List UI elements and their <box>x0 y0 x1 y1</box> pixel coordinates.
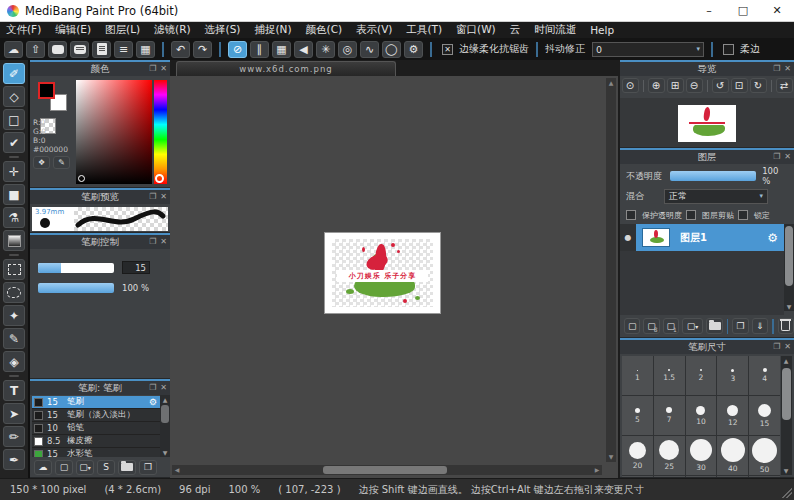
undo-button[interactable]: ↶ <box>171 41 190 58</box>
publish-button[interactable]: ⇧ <box>26 41 45 58</box>
redo-button[interactable]: ↷ <box>193 41 212 58</box>
snap-concentric-button[interactable]: ◎ <box>338 41 357 58</box>
snap-radial-button[interactable]: ✳ <box>316 41 335 58</box>
canvas-document[interactable]: 小刀娱乐 乐子分享 <box>325 233 440 313</box>
marker-tool[interactable]: ✏ <box>3 426 25 447</box>
size-cell[interactable]: 10 <box>686 396 717 435</box>
brush-tool[interactable]: ✐ <box>3 63 25 84</box>
minimize-button[interactable]: – <box>692 0 726 21</box>
eyedropper-tool[interactable]: ✒ <box>3 449 25 470</box>
scrollbar-handle[interactable] <box>161 405 169 423</box>
scroll-down-icon[interactable]: ▼ <box>160 448 170 457</box>
cloud-button[interactable]: ☁ <box>4 41 23 58</box>
brush-folder-button[interactable] <box>118 460 136 475</box>
list-button[interactable]: ≡ <box>114 41 133 58</box>
rotate-left-button[interactable]: ↺ <box>712 78 729 93</box>
size-cell[interactable]: 15 <box>749 396 780 435</box>
rotate-right-button[interactable]: ↻ <box>750 78 767 93</box>
lock-checkbox[interactable] <box>738 210 748 220</box>
antialias-checkbox[interactable]: ✕ <box>442 44 453 55</box>
comment-button[interactable] <box>70 41 89 58</box>
zoom-in-button[interactable]: ⊕ <box>648 78 665 93</box>
menu-snap[interactable]: 捕捉(N) <box>254 23 291 37</box>
navigator-thumbnail[interactable] <box>678 105 736 142</box>
size-cell[interactable]: 1.5 <box>654 356 685 395</box>
scroll-left-icon[interactable]: ◀ <box>172 465 182 475</box>
size-cell[interactable]: 5 <box>622 396 653 435</box>
add-8bit-layer-button[interactable]: ▢8 <box>643 318 659 334</box>
popout-icon[interactable]: ❐ <box>149 193 156 201</box>
canvas-horizontal-scrollbar[interactable]: ◀ ▶ <box>172 465 602 475</box>
duplicate-brush-button[interactable]: ❐ <box>139 460 157 475</box>
size-cell[interactable]: 25 <box>654 436 685 475</box>
size-cell[interactable]: 3 <box>717 356 748 395</box>
close-icon[interactable]: ✕ <box>784 153 791 161</box>
size-cell[interactable]: 40 <box>717 436 748 475</box>
menu-window[interactable]: 窗口(W) <box>456 23 496 37</box>
close-icon[interactable]: ✕ <box>784 65 791 73</box>
add-layer-menu-button[interactable]: ▢▾ <box>682 318 704 334</box>
scroll-down-icon[interactable]: ▼ <box>781 466 791 475</box>
add-layer-button[interactable]: ▢ <box>624 318 640 334</box>
menu-timelapse[interactable]: 时间流逝 <box>534 23 576 37</box>
layer-opacity-slider[interactable] <box>670 171 756 181</box>
close-icon[interactable]: ✕ <box>160 193 167 201</box>
scrollbar-handle[interactable] <box>323 466 448 474</box>
soft-edge-checkbox[interactable] <box>723 44 734 55</box>
menu-tool[interactable]: 工具(T) <box>406 23 442 37</box>
brush-row[interactable]: 15 笔刷 ⚙ <box>32 396 160 409</box>
popout-icon[interactable]: ❐ <box>149 238 156 246</box>
menu-filter[interactable]: 滤镜(R) <box>154 23 191 37</box>
add-folder-button[interactable] <box>706 318 722 334</box>
size-cell[interactable]: 2 <box>686 356 717 395</box>
brush-opacity-slider[interactable] <box>38 283 114 293</box>
scrollbar-handle[interactable] <box>782 368 791 420</box>
menu-view[interactable]: 表示(V) <box>356 23 392 37</box>
gear-icon[interactable]: ⚙ <box>767 231 778 245</box>
close-icon[interactable]: ✕ <box>784 343 791 351</box>
size-cell[interactable]: 12 <box>717 396 748 435</box>
brush-row[interactable]: 8.5 橡皮擦 <box>32 435 160 448</box>
size-cell[interactable]: 50 <box>749 436 780 475</box>
popout-icon[interactable]: ❐ <box>773 65 780 73</box>
layer-visibility-toggle[interactable]: ● <box>620 224 636 251</box>
canvas-tab[interactable]: www.x6d.com.png <box>176 61 396 76</box>
clipping-checkbox[interactable] <box>686 210 696 220</box>
scrollbar-handle[interactable] <box>785 226 793 286</box>
palette-button[interactable]: ❖ <box>33 156 50 169</box>
close-button[interactable]: ✕ <box>760 0 794 21</box>
script-brush-button[interactable]: S <box>97 460 115 475</box>
close-icon[interactable]: ✕ <box>160 65 167 73</box>
brush-list-scrollbar[interactable]: ▲ ▼ <box>160 395 170 457</box>
foreground-color-swatch[interactable] <box>38 82 55 99</box>
add-1bit-layer-button[interactable]: ▢1 <box>663 318 679 334</box>
polyline-tool[interactable]: ✔ <box>3 132 25 153</box>
sv-cursor[interactable] <box>78 175 85 182</box>
snap-grid-button[interactable]: ▦ <box>272 41 291 58</box>
snap-off-button[interactable]: ⊘ <box>228 41 247 58</box>
scroll-down-icon[interactable]: ▼ <box>606 452 616 462</box>
select-rect-tool[interactable] <box>3 259 25 280</box>
close-icon[interactable]: ✕ <box>160 238 167 246</box>
brush-size-value[interactable]: 15 <box>122 261 150 274</box>
close-icon[interactable]: ✕ <box>160 384 167 392</box>
menu-edit[interactable]: 编辑(E) <box>55 23 91 37</box>
resize-grip[interactable] <box>782 488 792 498</box>
scroll-right-icon[interactable]: ▶ <box>592 465 602 475</box>
chat-button[interactable] <box>48 41 67 58</box>
reset-rotation-button[interactable]: ⊡ <box>731 78 748 93</box>
gear-icon[interactable]: ⚙ <box>149 397 157 407</box>
popout-icon[interactable]: ❐ <box>773 153 780 161</box>
size-cell[interactable]: 30 <box>686 436 717 475</box>
size-cell[interactable]: 4 <box>749 356 780 395</box>
select-pen-tool[interactable]: ✎ <box>3 328 25 349</box>
menu-select[interactable]: 选择(S) <box>205 23 241 37</box>
brush-cloud-button[interactable]: ☁ <box>34 460 52 475</box>
scroll-up-icon[interactable]: ▲ <box>781 356 791 365</box>
select-eraser-tool[interactable]: ◈ <box>3 351 25 372</box>
hue-cursor[interactable] <box>155 174 164 183</box>
material-button[interactable]: ▦ <box>136 41 155 58</box>
menu-layer[interactable]: 图层(L) <box>105 23 140 37</box>
brush-size-scrollbar[interactable]: ▲ ▼ <box>781 356 792 475</box>
canvas-area[interactable]: www.x6d.com.png 小刀娱乐 乐子分享 <box>170 60 620 478</box>
